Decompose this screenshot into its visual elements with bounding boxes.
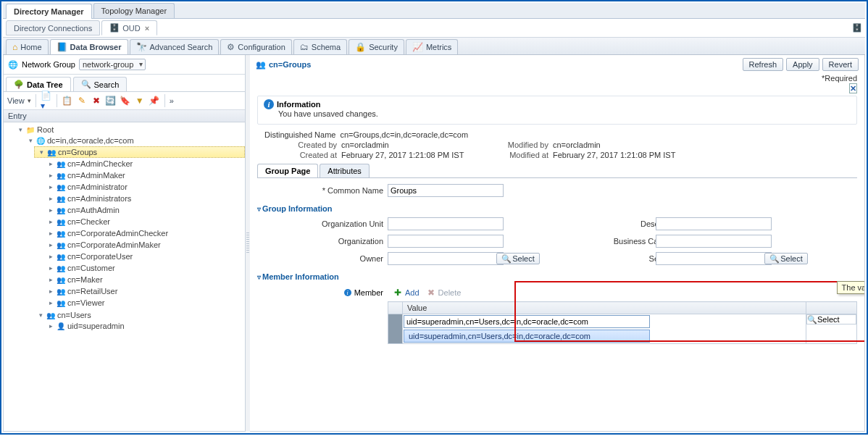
see-also-input[interactable]	[656, 252, 772, 265]
people-icon: 👥	[56, 263, 66, 273]
section-group-information[interactable]: ▿Group Information	[257, 204, 857, 213]
common-name-input[interactable]	[388, 184, 504, 197]
folder-icon: 📁	[25, 125, 36, 135]
tree-node-root[interactable]: ▾📁Root	[14, 125, 245, 135]
network-group-select[interactable]: network-group	[79, 59, 146, 70]
description-input[interactable]	[656, 217, 772, 230]
member-select-button[interactable]: Select	[817, 315, 840, 324]
select-label: Select	[780, 254, 803, 263]
tree-node-label: dc=in,dc=oracle,dc=com	[47, 136, 134, 145]
page-title: cn=Groups	[269, 60, 311, 69]
tree-node-label: cn=Users	[57, 311, 91, 319]
people-icon: 👥	[56, 298, 66, 308]
tab-data-tree[interactable]: 🌳Data Tree	[6, 77, 71, 91]
left-pane: 🌐 Network Group network-group 🌳Data Tree…	[3, 55, 246, 432]
search-icon	[807, 315, 816, 324]
search-icon	[769, 254, 778, 263]
tree-node-label: cn=CorporateAdminChecker	[67, 229, 168, 238]
more-icon[interactable]: »	[170, 96, 174, 105]
tab-data-browser[interactable]: 📘Data Browser	[50, 39, 128, 54]
tab-security[interactable]: 🔒Security	[349, 39, 404, 54]
tree-node-group-child[interactable]: ▸👥cn=Viewer	[44, 298, 245, 308]
autocomplete-suggestion[interactable]: uid=superadmin,cn=Users,dc=in,dc=oracle,…	[404, 330, 650, 343]
gear-icon: ⚙	[227, 42, 235, 52]
tree-node-groups[interactable]: ▾👥cn=Groups	[34, 146, 245, 158]
tab-configuration[interactable]: ⚙Configuration	[220, 39, 291, 54]
owner-input[interactable]	[388, 252, 504, 265]
people-icon: 👥	[46, 310, 56, 320]
info-title: Information	[277, 100, 321, 109]
created-by-value: cn=orcladmin	[341, 141, 479, 149]
apply-button[interactable]: Apply	[786, 58, 819, 71]
filter-icon[interactable]: ▼	[134, 95, 146, 106]
tab-advanced-search[interactable]: 🔭Advanced Search	[130, 39, 220, 54]
new-entry-icon[interactable]: 📄▾	[41, 95, 52, 106]
revert-button[interactable]: Revert	[822, 58, 859, 71]
tree-node-group-child[interactable]: ▸👥cn=AuthAdmin	[44, 205, 245, 215]
delete-member-link[interactable]: ✖Delete	[425, 287, 462, 298]
tab-schema[interactable]: 🗂Schema	[293, 39, 347, 54]
tab-data-tree-label: Data Tree	[27, 80, 63, 89]
refresh-button[interactable]: Refresh	[743, 58, 784, 71]
refresh-tree-icon[interactable]: 🔄	[105, 95, 117, 106]
database-icon[interactable]: 🗄️	[852, 23, 862, 33]
organization-input[interactable]	[388, 235, 504, 248]
tree-node-group-child[interactable]: ▸👥cn=AdminMaker	[44, 170, 245, 180]
member-value-input[interactable]	[404, 315, 650, 328]
org-unit-input[interactable]	[388, 217, 504, 230]
tree-node-group-child[interactable]: ▸👥cn=Checker	[44, 217, 245, 227]
owner-select-button[interactable]: Select	[496, 253, 540, 264]
member-table: Value uid=superadmin,cn=Users,dc=in,dc=o…	[388, 301, 857, 344]
tab-search[interactable]: 🔍Search	[73, 77, 128, 91]
table-row[interactable]: uid=superadmin,cn=Users,dc=in,dc=oracle,…	[388, 314, 857, 344]
people-icon: 👥	[256, 60, 266, 70]
pin-icon[interactable]: 📌	[149, 95, 160, 106]
tab-home[interactable]: ⌂Home	[6, 39, 49, 54]
tab-topology-manager[interactable]: Topology Manager	[93, 3, 175, 18]
people-icon: 👥	[56, 217, 66, 227]
tooltip: The value of attribute.	[837, 281, 864, 294]
data-tree[interactable]: ▾📁Root ▾🌐dc=in,dc=oracle,dc=com ▾👥cn=Gro…	[4, 122, 245, 431]
tree-node-users[interactable]: ▾👥cn=Users	[34, 310, 245, 320]
created-at-value: February 27, 2017 1:21:08 PM IST	[341, 151, 479, 159]
tree-node-group-child[interactable]: ▸👥cn=AdminChecker	[44, 159, 245, 169]
tree-node-group-child[interactable]: ▸👥cn=Maker	[44, 275, 245, 285]
tree-node-user-child[interactable]: ▸👤uid=superadmin	[44, 321, 245, 331]
tab-oud[interactable]: 🗄️ OUD ×	[101, 20, 157, 35]
close-panel-icon[interactable]: ✕	[849, 83, 857, 93]
close-icon[interactable]: ×	[145, 24, 149, 33]
tab-directory-manager[interactable]: Directory Manager	[6, 4, 92, 19]
schema-icon: 🗂	[300, 42, 309, 52]
tree-node-group-child[interactable]: ▸👥cn=RetailUser	[44, 286, 245, 296]
entry-header: Entry	[4, 110, 245, 122]
tree-node-group-child[interactable]: ▸👥cn=Customer	[44, 263, 245, 273]
add-member-link[interactable]: ✚Add	[392, 287, 420, 298]
view-menu[interactable]: View	[7, 96, 25, 105]
tree-node-group-child[interactable]: ▸👥cn=CorporateAdminMaker	[44, 240, 245, 250]
tree-node-dc[interactable]: ▾🌐dc=in,dc=oracle,dc=com	[24, 135, 245, 146]
right-pane: 👥cn=Groups Refresh Apply Revert *Require…	[250, 55, 865, 432]
see-also-select-button[interactable]: Select	[764, 253, 808, 264]
network-group-label: Network Group	[22, 60, 75, 69]
section-member-information[interactable]: ▿Member Information	[257, 272, 857, 281]
modified-by-value: cn=orcladmin	[553, 141, 698, 149]
delete-x-icon: ✖	[425, 287, 437, 298]
tree-node-group-child[interactable]: ▸👥cn=Administrators	[44, 193, 245, 204]
tree-node-group-child[interactable]: ▸👥cn=Administrator	[44, 182, 245, 192]
member-col-header[interactable]: Value	[403, 302, 806, 314]
tab-group-page[interactable]: Group Page	[257, 164, 318, 177]
bookmark-icon[interactable]: 🔖	[120, 95, 131, 106]
copy-icon[interactable]: 📋	[62, 95, 73, 106]
people-icon: 👥	[56, 170, 66, 180]
tree-node-group-child[interactable]: ▸👥cn=CorporateAdminChecker	[44, 228, 245, 238]
delete-label: Delete	[438, 288, 462, 297]
connection-tabs: Directory Connections 🗄️ OUD × 🗄️	[3, 19, 865, 38]
edit-icon[interactable]: ✎	[76, 95, 88, 106]
tab-directory-connections[interactable]: Directory Connections	[6, 20, 100, 35]
tab-metrics[interactable]: 📈Metrics	[406, 39, 458, 54]
business-category-input[interactable]	[656, 235, 772, 248]
delete-icon[interactable]: ✖	[91, 95, 102, 106]
tree-node-group-child[interactable]: ▸👥cn=CorporateUser	[44, 251, 245, 261]
tab-attributes[interactable]: Attributes	[320, 164, 369, 177]
app-tabs: Directory Manager Topology Manager	[3, 3, 865, 19]
